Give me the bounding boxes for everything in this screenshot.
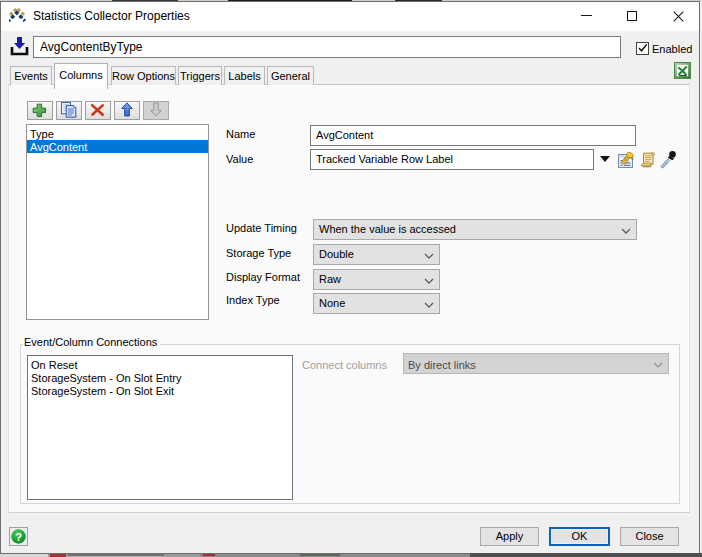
svg-text:?: ? — [15, 531, 22, 543]
